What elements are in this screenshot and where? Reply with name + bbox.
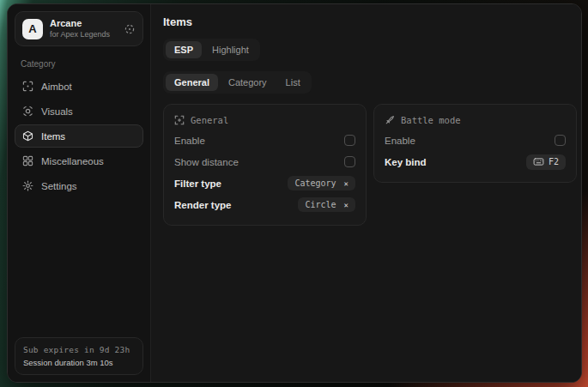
setting-label: Enable: [385, 136, 415, 146]
sub-expires-text: Sub expires in 9d 23h: [23, 345, 135, 354]
page-title: Items: [163, 15, 577, 28]
tab-esp[interactable]: ESP: [166, 41, 202, 58]
sidebar-item-visuals[interactable]: Visuals: [15, 100, 143, 123]
brand-text: Arcane for Apex Legends: [50, 18, 110, 39]
filter-type-select[interactable]: Category ✕: [288, 176, 355, 190]
tab-highlight[interactable]: Highlight: [203, 41, 258, 58]
show-distance-checkbox[interactable]: [344, 156, 355, 167]
setting-label: Key bind: [385, 157, 427, 167]
brand-card: A Arcane for Apex Legends: [15, 11, 143, 46]
setting-label: Filter type: [174, 178, 221, 189]
scan-frame-icon: [174, 115, 185, 125]
setting-label: Enable: [174, 136, 205, 146]
app-name: Arcane: [50, 18, 110, 30]
setting-row-enable: Enable: [385, 130, 566, 151]
render-type-value: Circle: [305, 200, 336, 209]
gear-icon: [22, 180, 33, 191]
target-icon[interactable]: [124, 23, 136, 35]
session-duration-text: Session duration 3m 10s: [23, 358, 135, 367]
sidebar-item-label: Settings: [41, 181, 77, 191]
enable-checkbox[interactable]: [344, 135, 355, 146]
grid-icon: [22, 155, 33, 166]
setting-row-show-distance: Show distance: [174, 151, 355, 172]
tab-general[interactable]: General: [166, 74, 218, 91]
close-icon[interactable]: ✕: [344, 179, 349, 188]
sidebar: A Arcane for Apex Legends Category: [8, 4, 151, 382]
sidebar-item-miscellaneous[interactable]: Miscellaneous: [15, 149, 143, 172]
app-logo: A: [22, 19, 43, 39]
subscription-card: Sub expires in 9d 23h Session duration 3…: [15, 337, 143, 375]
main-content: Items ESP Highlight General Category Lis…: [151, 4, 582, 382]
general-panel-title: General: [191, 115, 228, 125]
app-tagline: for Apex Legends: [50, 30, 110, 39]
setting-row-enable: Enable: [174, 130, 355, 151]
setting-row-key-bind: Key bind F2: [385, 151, 566, 172]
setting-label: Show distance: [174, 157, 239, 167]
battle-panel-header: Battle mode: [385, 112, 566, 130]
radar-icon: [22, 106, 33, 117]
setting-row-render-type: Render type Circle ✕: [174, 194, 355, 215]
sword-icon: [385, 115, 395, 125]
sidebar-item-settings[interactable]: Settings: [15, 174, 143, 197]
sidebar-item-label: Miscellaneous: [41, 156, 104, 166]
filter-type-value: Category: [294, 178, 336, 188]
battle-mode-panel: Battle mode Enable Key bind: [373, 104, 577, 183]
tab-list[interactable]: List: [277, 74, 309, 91]
battle-panel-title: Battle mode: [401, 115, 461, 125]
panels-row: General Enable Show distance Filter type…: [163, 104, 577, 226]
general-panel-header: General: [174, 112, 355, 130]
mode-tabs: ESP Highlight: [163, 39, 260, 61]
general-panel: General Enable Show distance Filter type…: [163, 104, 367, 226]
sidebar-item-label: Visuals: [41, 106, 73, 117]
close-icon[interactable]: ✕: [344, 201, 349, 209]
sidebar-item-items[interactable]: Items: [15, 124, 143, 148]
key-bind-value: F2: [549, 157, 559, 166]
sidebar-section-label: Category: [21, 59, 137, 69]
battle-enable-checkbox[interactable]: [555, 135, 566, 146]
keyboard-icon: [533, 158, 544, 166]
crosshair-icon: [22, 81, 33, 92]
setting-row-filter-type: Filter type Category ✕: [174, 172, 355, 194]
render-type-select[interactable]: Circle ✕: [298, 197, 355, 212]
tab-category[interactable]: Category: [220, 74, 276, 91]
view-tabs: General Category List: [163, 71, 312, 94]
sidebar-item-label: Aimbot: [41, 82, 72, 92]
app-window: A Arcane for Apex Legends Category: [7, 3, 582, 383]
sidebar-nav: Aimbot Visuals: [15, 75, 143, 197]
setting-label: Render type: [174, 200, 231, 210]
key-bind-button[interactable]: F2: [526, 154, 566, 170]
sidebar-item-aimbot[interactable]: Aimbot: [15, 75, 143, 98]
sidebar-item-label: Items: [41, 131, 65, 142]
package-icon: [22, 130, 33, 142]
